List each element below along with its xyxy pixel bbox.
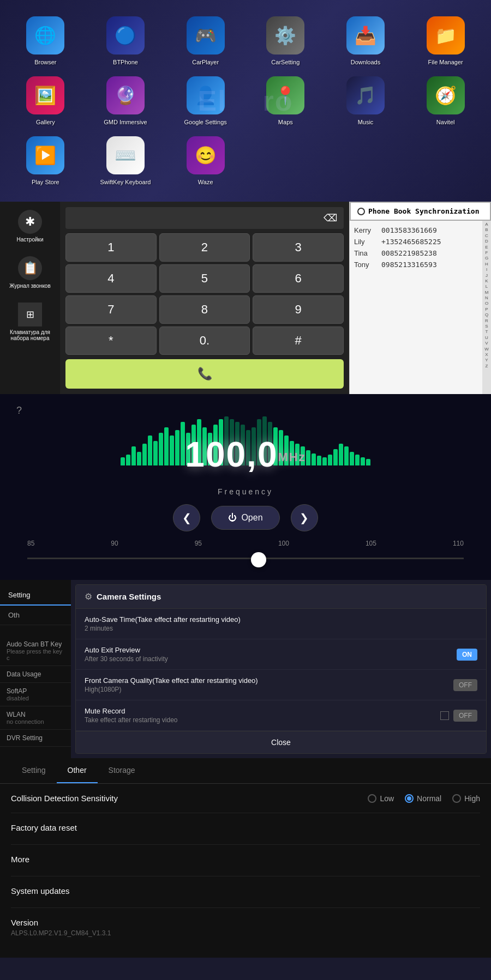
tab-storage[interactable]: Storage — [98, 758, 146, 783]
settings-tab-other[interactable]: Oth — [0, 606, 71, 625]
radio-frequency-display: 100,0MHz — [185, 434, 306, 475]
alpha-i[interactable]: I — [486, 267, 487, 273]
alpha-r[interactable]: R — [485, 318, 488, 324]
sidebar-call-log[interactable]: 📋 Журнал звонков — [9, 256, 51, 289]
key-0dot[interactable]: 0. — [159, 326, 250, 355]
radio-visualizer-container: 100,0MHz — [16, 422, 475, 487]
app-item-swiftkey[interactable]: ⌨️ SwiftKey Keyboard — [91, 136, 160, 185]
app-item-downloads[interactable]: 📥 Downloads — [331, 16, 400, 65]
key-9[interactable]: 9 — [253, 295, 344, 324]
more-row[interactable]: More — [11, 845, 480, 876]
factory-reset-row[interactable]: Factory data reset — [11, 813, 480, 845]
app-item-browser[interactable]: 🌐 Browser — [11, 16, 80, 65]
collision-label: Collision Detection Sensitivity — [11, 794, 368, 803]
phonebook-entry-tony[interactable]: Tony 0985213316593 — [354, 261, 478, 269]
front-camera-toggle[interactable]: OFF — [453, 679, 477, 691]
alpha-s[interactable]: S — [485, 324, 488, 329]
phonebook-entry-tina[interactable]: Tina 0085221985238 — [354, 249, 478, 257]
alpha-e[interactable]: E — [485, 245, 488, 250]
phonebook-title-text: Phone Book Synchronization — [368, 207, 480, 215]
radio-slider-track[interactable] — [27, 550, 464, 566]
alpha-w[interactable]: W — [484, 347, 489, 352]
alpha-k[interactable]: K — [485, 279, 488, 284]
sidebar-calllog-label: Журнал звонков — [9, 283, 51, 289]
app-item-gmd[interactable]: 🔮 GMD Immersive — [91, 76, 160, 125]
key-star[interactable]: * — [65, 326, 157, 355]
camera-settings-title: Camera Settings — [97, 592, 161, 601]
app-item-waze[interactable]: 😊 Waze — [171, 136, 240, 185]
app-item-btphone[interactable]: 🔵 BTPhone — [91, 16, 160, 65]
radio-unit: MHz — [278, 450, 306, 464]
alpha-n[interactable]: N — [485, 295, 488, 301]
vis-bar-36 — [317, 456, 321, 465]
alpha-a[interactable]: A — [485, 222, 488, 227]
alpha-v[interactable]: V — [485, 341, 488, 346]
alpha-j[interactable]: J — [486, 273, 488, 279]
sidebar-keypad[interactable]: ⊞ Клавиатура для набора номера — [3, 303, 57, 341]
sidebar-bluetooth[interactable]: ✱ Настройки — [16, 210, 43, 243]
key-1[interactable]: 1 — [65, 233, 157, 262]
alpha-q[interactable]: Q — [485, 312, 488, 318]
tab-setting[interactable]: Setting — [11, 758, 57, 783]
app-item-carplayer[interactable]: 🎮 CarPlayer — [171, 16, 240, 65]
radio-prev-button[interactable]: ❮ — [173, 504, 200, 531]
key-hash[interactable]: # — [253, 326, 344, 355]
alpha-y[interactable]: Y — [485, 358, 488, 363]
radio-help-icon[interactable]: ? — [16, 405, 475, 416]
app-item-music[interactable]: 🎵 Music — [331, 76, 400, 125]
app-item-maps[interactable]: 📍 Maps — [251, 76, 320, 125]
alpha-f[interactable]: F — [486, 250, 488, 256]
mute-record-toggle[interactable]: OFF — [453, 710, 477, 722]
backspace-button[interactable]: ⌫ — [324, 212, 337, 224]
camera-close-button[interactable]: Close — [76, 731, 486, 753]
radio-next-button[interactable]: ❯ — [291, 504, 318, 531]
key-8[interactable]: 8 — [159, 295, 250, 324]
app-item-carsetting[interactable]: ⚙️ CarSetting — [251, 16, 320, 65]
auto-exit-info: Auto Exit Preview After 30 seconds of in… — [85, 646, 457, 663]
system-updates-row[interactable]: System updates — [11, 876, 480, 908]
phonebook-entry-lily[interactable]: Lily +1352465685225 — [354, 238, 478, 246]
radio-open-button[interactable]: ⏻ Open — [211, 506, 279, 530]
alpha-g[interactable]: G — [485, 256, 488, 261]
slider-thumb[interactable] — [251, 552, 266, 567]
app-item-filemanager[interactable]: 📁 File Manager — [411, 16, 480, 65]
key-5[interactable]: 5 — [159, 264, 250, 293]
key-3[interactable]: 3 — [253, 233, 344, 262]
alpha-h[interactable]: H — [485, 262, 488, 267]
key-2[interactable]: 2 — [159, 233, 250, 262]
alpha-d[interactable]: D — [485, 239, 488, 244]
app-item-playstore[interactable]: ▶️ Play Store — [11, 136, 80, 185]
app-item-gallery[interactable]: 🖼️ Gallery — [11, 76, 80, 125]
collision-high[interactable]: High — [452, 794, 480, 803]
app-label-filemanager: File Manager — [428, 59, 463, 65]
alpha-p[interactable]: P — [485, 307, 488, 312]
alpha-l[interactable]: L — [486, 284, 488, 289]
alpha-x[interactable]: X — [485, 352, 488, 358]
vis-bar-37 — [322, 457, 327, 465]
alpha-o[interactable]: O — [485, 301, 488, 306]
settings-tab-setting[interactable]: Setting — [0, 585, 71, 606]
vis-bar-34 — [306, 450, 310, 465]
alpha-c[interactable]: C — [485, 233, 488, 239]
vis-bar-45 — [366, 459, 370, 465]
alpha-m[interactable]: M — [485, 290, 489, 295]
key-4[interactable]: 4 — [65, 264, 157, 293]
phonebook-entry-kerry[interactable]: Kerry 0013583361669 — [354, 226, 478, 234]
frequency-label-text: Frequency — [218, 487, 273, 496]
auto-exit-toggle[interactable]: ON — [457, 649, 477, 661]
call-button[interactable]: 📞 — [65, 359, 344, 389]
app-item-googlesettings[interactable]: 👤 Google Settings — [171, 76, 240, 125]
app-icon-googlesettings: 👤 — [187, 76, 225, 114]
key-6[interactable]: 6 — [253, 264, 344, 293]
mute-record-checkbox[interactable] — [440, 711, 449, 720]
vis-bar-8 — [164, 427, 169, 465]
alpha-b[interactable]: B — [485, 227, 488, 233]
tab-other[interactable]: Other — [57, 758, 98, 783]
alpha-z[interactable]: Z — [486, 364, 488, 369]
collision-low[interactable]: Low — [368, 794, 394, 803]
key-7[interactable]: 7 — [65, 295, 157, 324]
alpha-u[interactable]: U — [485, 335, 488, 341]
collision-normal[interactable]: Normal — [405, 794, 441, 803]
app-item-navitel[interactable]: 🧭 Navitel — [411, 76, 480, 125]
alpha-t[interactable]: T — [486, 329, 488, 335]
